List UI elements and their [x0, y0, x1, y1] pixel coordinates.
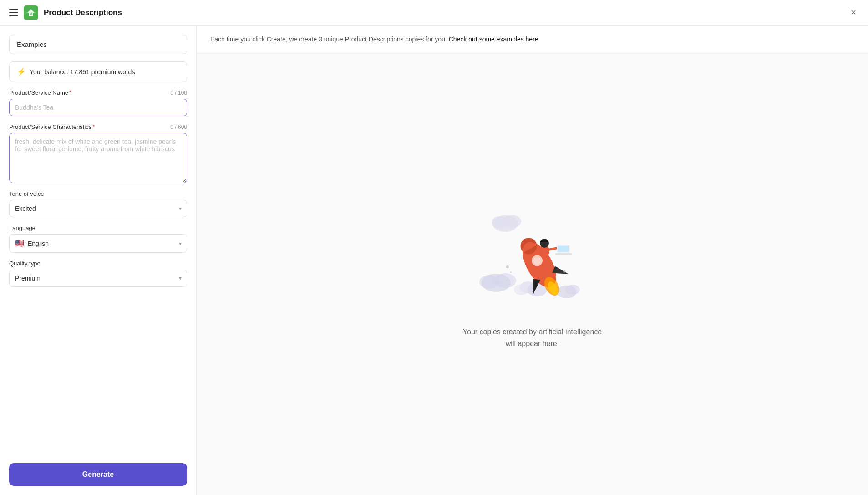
characteristics-label: Product/Service Characteristics* [9, 123, 95, 130]
menu-icon[interactable] [9, 9, 18, 16]
product-name-field-group: Product/Service Name* 0 / 100 [9, 89, 187, 116]
rocket-illustration [469, 199, 596, 317]
top-bar: Product Descriptions × [0, 0, 868, 26]
characteristics-field-group: Product/Service Characteristics* 0 / 600 [9, 123, 187, 183]
product-name-counter: 0 / 100 [170, 90, 187, 96]
svg-point-6 [479, 275, 499, 289]
svg-point-3 [492, 216, 508, 228]
balance-box: ⚡ Your balance: 17,851 premium words [9, 61, 187, 82]
lightning-icon: ⚡ [17, 67, 26, 76]
language-select[interactable]: 🇺🇸 English ▾ [9, 234, 187, 253]
product-name-label: Product/Service Name* [9, 89, 71, 96]
svg-rect-22 [555, 253, 572, 255]
top-bar-left: Product Descriptions [9, 5, 122, 20]
tone-field-group: Tone of voice Excited ▾ [9, 190, 187, 217]
tone-select-wrapper: Excited ▾ [9, 200, 187, 217]
product-name-input[interactable] [9, 99, 187, 116]
language-label: Language [9, 225, 187, 231]
characteristics-label-row: Product/Service Characteristics* 0 / 600 [9, 123, 187, 130]
illustration [469, 199, 596, 317]
quality-chevron-icon: ▾ [179, 275, 182, 281]
svg-point-24 [510, 271, 512, 273]
examples-link[interactable]: Check out some examples here [449, 36, 538, 43]
svg-point-11 [514, 284, 528, 295]
left-panel: Examples ⚡ Your balance: 17,851 premium … [0, 26, 197, 495]
right-panel: Each time you click Create, we create 3 … [197, 26, 868, 495]
examples-button[interactable]: Examples [9, 35, 187, 54]
characteristics-counter: 0 / 600 [170, 124, 187, 130]
info-bar: Each time you click Create, we create 3 … [197, 26, 868, 53]
svg-point-25 [563, 270, 566, 273]
tone-chevron-icon: ▾ [179, 205, 182, 212]
us-flag-icon: 🇺🇸 [15, 239, 24, 248]
svg-point-23 [506, 265, 509, 268]
product-name-label-row: Product/Service Name* 0 / 100 [9, 89, 187, 96]
close-button[interactable]: × [848, 7, 859, 18]
quality-select[interactable]: Premium ▾ [9, 270, 187, 287]
main-layout: Examples ⚡ Your balance: 17,851 premium … [0, 26, 868, 495]
app-title: Product Descriptions [44, 8, 122, 17]
empty-state-content: Your copies created by artificial intell… [197, 53, 868, 495]
tone-select[interactable]: Excited ▾ [9, 200, 187, 217]
empty-state-text: Your copies created by artificial intell… [463, 326, 602, 349]
language-chevron-icon: ▾ [179, 240, 182, 247]
svg-rect-21 [558, 246, 569, 252]
language-field-group: Language 🇺🇸 English ▾ [9, 225, 187, 253]
svg-point-8 [565, 285, 580, 295]
required-star: * [69, 89, 71, 96]
quality-select-wrapper: Premium ▾ [9, 270, 187, 287]
characteristics-textarea[interactable] [9, 133, 187, 183]
quality-label: Quality type [9, 260, 187, 267]
characteristics-required-star: * [92, 123, 95, 130]
tone-label: Tone of voice [9, 190, 187, 197]
balance-text: Your balance: 17,851 premium words [30, 68, 135, 76]
logo-icon [24, 5, 38, 20]
generate-button[interactable]: Generate [9, 463, 187, 486]
language-select-wrapper: 🇺🇸 English ▾ [9, 234, 187, 253]
quality-field-group: Quality type Premium ▾ [9, 260, 187, 287]
